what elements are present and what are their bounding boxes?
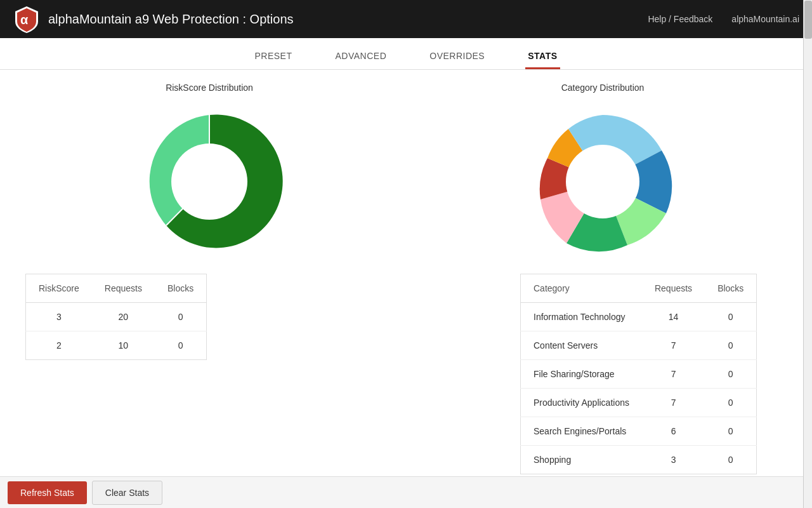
requests-cell: 3 bbox=[642, 446, 705, 474]
risk-score-cell: 2 bbox=[26, 331, 92, 360]
risk-chart-title: RiskScore Distribution bbox=[166, 83, 253, 93]
blocks-cell: 0 bbox=[705, 417, 757, 446]
bottom-bar: Refresh Stats Clear Stats bbox=[0, 476, 812, 508]
scrollbar-thumb[interactable] bbox=[804, 1, 812, 39]
site-link[interactable]: alphaMountain.ai bbox=[731, 14, 799, 24]
requests-cell: 14 bbox=[642, 303, 705, 331]
table-row: File Sharing/Storage 7 0 bbox=[521, 360, 757, 389]
table-row: Search Engines/Portals 6 0 bbox=[521, 417, 757, 446]
header: α alphaMountain a9 Web Protection : Opti… bbox=[0, 0, 812, 38]
category-cell: File Sharing/Storage bbox=[521, 360, 642, 389]
logo-area: α alphaMountain a9 Web Protection : Opti… bbox=[13, 5, 648, 33]
risk-col-blocks: Blocks bbox=[155, 274, 207, 303]
scrollbar-track[interactable] bbox=[803, 0, 812, 508]
header-links: Help / Feedback alphaMountain.ai bbox=[648, 14, 799, 24]
category-chart-container: Category Distribution bbox=[419, 83, 787, 261]
blocks-cell: 0 bbox=[705, 331, 757, 360]
risk-donut-chart bbox=[130, 102, 289, 261]
app-title: alphaMountain a9 Web Protection : Option… bbox=[48, 12, 294, 27]
table-row: Information Technology 14 0 bbox=[521, 303, 757, 331]
requests-cell: 20 bbox=[92, 303, 155, 331]
requests-cell: 7 bbox=[642, 389, 705, 417]
category-table-wrapper: Category Requests Blocks Information Tec… bbox=[520, 274, 787, 474]
category-cell: Content Servers bbox=[521, 331, 642, 360]
tab-preset[interactable]: PRESET bbox=[252, 44, 294, 69]
svg-text:α: α bbox=[20, 13, 29, 27]
table-row: 2 10 0 bbox=[26, 331, 207, 360]
requests-cell: 6 bbox=[642, 417, 705, 446]
blocks-cell: 0 bbox=[705, 446, 757, 474]
app-logo: α bbox=[13, 5, 41, 33]
nav-tabs: PRESET ADVANCED OVERRIDES STATS bbox=[0, 38, 812, 70]
tables-row: RiskScore Requests Blocks 3 20 0 2 10 0 bbox=[25, 274, 787, 474]
cat-col-requests: Requests bbox=[642, 274, 705, 303]
table-row: Shopping 3 0 bbox=[521, 446, 757, 474]
table-row: Content Servers 7 0 bbox=[521, 331, 757, 360]
tab-advanced[interactable]: ADVANCED bbox=[332, 44, 389, 69]
blocks-cell: 0 bbox=[705, 389, 757, 417]
table-row: 3 20 0 bbox=[26, 303, 207, 331]
blocks-cell: 0 bbox=[705, 303, 757, 331]
help-link[interactable]: Help / Feedback bbox=[648, 14, 712, 24]
category-cell: Shopping bbox=[521, 446, 642, 474]
svg-point-4 bbox=[566, 145, 639, 218]
requests-cell: 7 bbox=[642, 331, 705, 360]
charts-row: RiskScore Distribution Category Distribu… bbox=[25, 83, 787, 261]
risk-col-riskscore: RiskScore bbox=[26, 274, 92, 303]
risk-table: RiskScore Requests Blocks 3 20 0 2 10 0 bbox=[25, 274, 207, 360]
category-cell: Search Engines/Portals bbox=[521, 417, 642, 446]
risk-table-wrapper: RiskScore Requests Blocks 3 20 0 2 10 0 bbox=[25, 274, 216, 360]
category-chart-title: Category Distribution bbox=[561, 83, 645, 93]
table-row: Productivity Applications 7 0 bbox=[521, 389, 757, 417]
category-cell: Productivity Applications bbox=[521, 389, 642, 417]
category-donut-chart bbox=[523, 102, 682, 261]
risk-col-requests: Requests bbox=[92, 274, 155, 303]
requests-cell: 10 bbox=[92, 331, 155, 360]
category-cell: Information Technology bbox=[521, 303, 642, 331]
category-table: Category Requests Blocks Information Tec… bbox=[520, 274, 757, 474]
tab-overrides[interactable]: OVERRIDES bbox=[427, 44, 487, 69]
risk-score-cell: 3 bbox=[26, 303, 92, 331]
risk-chart-container: RiskScore Distribution bbox=[25, 83, 393, 261]
requests-cell: 7 bbox=[642, 360, 705, 389]
cat-col-category: Category bbox=[521, 274, 642, 303]
tab-stats[interactable]: STATS bbox=[525, 44, 560, 69]
blocks-cell: 0 bbox=[705, 360, 757, 389]
main-content: RiskScore Distribution Category Distribu… bbox=[0, 70, 812, 487]
cat-col-blocks: Blocks bbox=[705, 274, 757, 303]
blocks-cell: 0 bbox=[155, 303, 207, 331]
clear-stats-button[interactable]: Clear Stats bbox=[92, 481, 162, 505]
refresh-stats-button[interactable]: Refresh Stats bbox=[8, 481, 87, 504]
blocks-cell: 0 bbox=[155, 331, 207, 360]
